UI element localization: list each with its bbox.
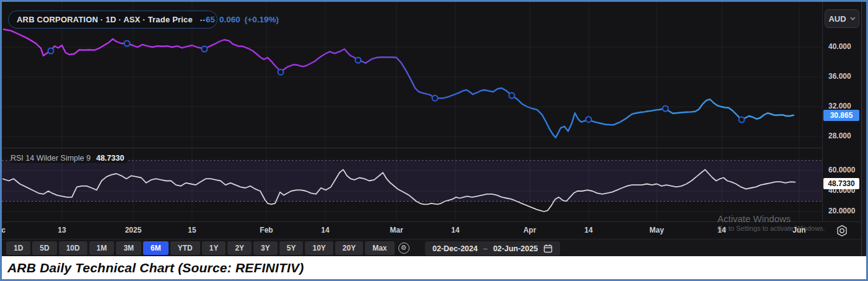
date-to: 02-Jun-2025 — [493, 244, 538, 253]
currency-label: AUD — [828, 14, 846, 24]
time-tick-2025: 2025 — [125, 226, 142, 234]
range-button-5y[interactable]: 5Y — [279, 241, 304, 255]
range-button-6m[interactable]: 6M — [143, 241, 169, 255]
time-tick-15: 15 — [188, 226, 196, 234]
time-tick-dec: Dec — [2, 226, 6, 234]
rsi-value-badge: 48.7330 — [823, 178, 859, 189]
date-separator: – — [483, 244, 488, 253]
range-button-3m[interactable]: 3M — [116, 241, 141, 255]
range-button-10y[interactable]: 10Y — [305, 241, 333, 255]
time-tick-13: 13 — [58, 226, 66, 234]
time-tick-mar: Mar — [390, 226, 403, 234]
change-percent: (+0.19%) — [245, 15, 279, 24]
activate-windows-watermark: Activate Windows — [717, 213, 791, 224]
time-tick-14: 14 — [451, 226, 459, 234]
last-price-badge: 30.865 — [823, 110, 859, 121]
range-toolbar: 1D5D10D1M3M6MYTD1Y2Y3Y5Y10Y20YMax ⚙ 02-D… — [2, 239, 861, 256]
time-tick-14: 14 — [321, 226, 329, 234]
rsi-tick-label: 20.0000 — [823, 207, 861, 215]
change-absolute: 0.060 — [219, 15, 240, 24]
range-buttons-group: 1D5D10D1M3M6MYTD1Y2Y3Y5Y10Y20YMax ⚙ — [6, 241, 411, 255]
right-edge-strip — [861, 2, 866, 279]
chart-window: ARB CORPORATION · 1D · ASX · Trade Price… — [0, 0, 868, 281]
axis-settings-button[interactable] — [823, 221, 861, 239]
caption-bar: ARB Daily Technical Chart (Source: REFIN… — [2, 256, 866, 279]
chevron-down-icon — [850, 17, 856, 20]
quote-readout: 650.060(+0.19%) — [206, 15, 283, 24]
range-button-1m[interactable]: 1M — [89, 241, 115, 255]
settings-hexagon-icon — [836, 225, 848, 237]
caption-text: ARB Daily Technical Chart (Source: REFIN… — [7, 261, 304, 275]
range-button-1d[interactable]: 1D — [6, 241, 30, 255]
range-button-2y[interactable]: 2Y — [227, 241, 252, 255]
rsi-value: 48.7330 — [96, 154, 124, 163]
range-button-ytd[interactable]: YTD — [170, 241, 200, 255]
rsi-label: RSI 14 Wilder Simple 9 — [11, 154, 90, 163]
time-tick-apr: Apr — [524, 226, 537, 234]
activate-windows-watermark-sub: Go to Settings to activate Windows. — [717, 225, 825, 232]
range-button-10d[interactable]: 10D — [59, 241, 87, 255]
last-price-tail: 65 — [206, 15, 215, 24]
range-button-3y[interactable]: 3Y — [253, 241, 278, 255]
chart-area: ARB CORPORATION · 1D · ASX · Trade Price… — [2, 2, 822, 221]
time-tick-14: 14 — [584, 226, 592, 234]
time-tick-feb: Feb — [260, 226, 273, 234]
gear-icon: ⚙ — [398, 243, 410, 254]
symbol-label: ARB CORPORATION · 1D · ASX · Trade Price — [17, 15, 193, 24]
range-buttons: 1D5D10D1M3M6MYTD1Y2Y3Y5Y10Y20YMax — [6, 241, 395, 255]
range-button-20y[interactable]: 20Y — [335, 241, 363, 255]
price-tick-label: 32.000 — [823, 102, 861, 110]
price-axis-column[interactable]: AUD 40.00036.00032.00028.00060.000040.00… — [822, 2, 861, 221]
time-axis[interactable]: Dec13202515Feb14Mar14Apr14May14Jun — [2, 221, 822, 239]
price-tick-label: 28.000 — [823, 132, 861, 140]
price-tick-label: 36.000 — [823, 72, 861, 81]
price-tick-label: 40.000 — [823, 42, 861, 51]
date-range-picker[interactable]: 02-Dec-2024 – 02-Jun-2025 — [425, 241, 560, 256]
rsi-legend[interactable]: RSI 14 Wilder Simple 9 48.7330 — [11, 153, 127, 163]
date-from: 02-Dec-2024 — [432, 244, 478, 253]
interval-settings-button[interactable]: ⚙ — [397, 241, 411, 255]
range-button-max[interactable]: Max — [365, 241, 394, 255]
currency-selector[interactable]: AUD — [825, 9, 859, 28]
time-tick-may: May — [649, 226, 664, 234]
rsi-tick-label: 60.0000 — [823, 166, 861, 174]
range-button-5d[interactable]: 5D — [32, 241, 56, 255]
symbol-legend[interactable]: ARB CORPORATION · 1D · ASX · Trade Price… — [8, 11, 217, 29]
calendar-icon — [543, 244, 553, 253]
range-button-1y[interactable]: 1Y — [202, 241, 226, 255]
